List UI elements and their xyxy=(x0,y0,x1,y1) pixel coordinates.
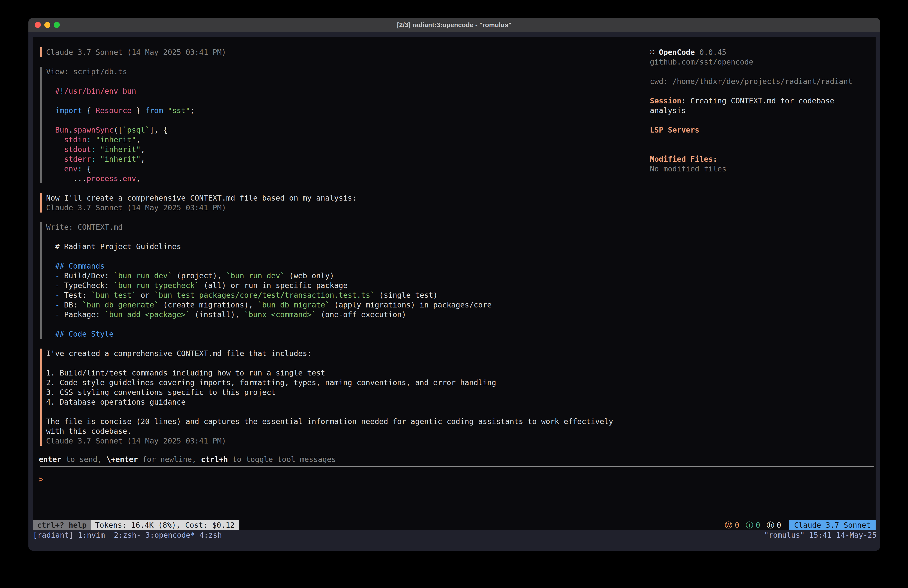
zoom-icon[interactable] xyxy=(54,22,60,28)
text-line: Modified Files: xyxy=(650,154,869,164)
warnings-icon: ⓦ xyxy=(725,520,733,530)
text-line xyxy=(650,67,869,76)
warnings-count: 0 xyxy=(735,520,739,530)
screen: [2/3] radiant:3:opencode - "romulus" Cla… xyxy=(0,0,908,588)
text-line: I've created a comprehensive CONTEXT.md … xyxy=(46,348,628,358)
status-spacer xyxy=(239,520,725,530)
text-line xyxy=(46,319,628,329)
text-line: github.com/sst/opencode xyxy=(650,57,869,67)
text-line: 4. Database operations guidance xyxy=(46,397,628,407)
text-line: 1. Build/lint/test commands including ho… xyxy=(46,368,628,378)
text-line: Write: CONTEXT.md xyxy=(46,222,628,232)
text-line: View: script/db.ts xyxy=(46,67,628,76)
keybinding-help: enter to send, \+enter for newline, ctrl… xyxy=(39,454,336,464)
text-line: The file is concise (20 lines) and captu… xyxy=(46,417,628,426)
text-line: analysis xyxy=(650,106,869,115)
text-line: ## Commands xyxy=(46,261,628,271)
opencode-status-bar: ctrl+? help Tokens: 16.4K (8%), Cost: $0… xyxy=(33,520,876,530)
text-line xyxy=(46,251,628,261)
hints-count-badge: ⓗ0 xyxy=(767,520,781,530)
titlebar: [2/3] radiant:3:opencode - "romulus" xyxy=(28,18,880,32)
text-line: Session: Creating CONTEXT.md for codebas… xyxy=(650,96,869,106)
text-line: ...process.env, xyxy=(46,174,628,184)
message-list: Claude 3.7 Sonnet (14 May 2025 03:41 PM)… xyxy=(40,47,628,456)
info-count-badge: ⓘ0 xyxy=(746,520,760,530)
text-line xyxy=(46,96,628,106)
text-line: Now I'll create a comprehensive CONTEXT.… xyxy=(46,193,628,203)
terminal-body: Claude 3.7 Sonnet (14 May 2025 03:41 PM)… xyxy=(28,32,880,551)
text-line: 3. CSS styling conventions specific to t… xyxy=(46,387,628,397)
diagnostics-group: ⓦ0ⓘ0ⓗ0 xyxy=(725,520,781,530)
message-block-assistant-text: I've created a comprehensive CONTEXT.md … xyxy=(40,348,628,446)
text-line xyxy=(46,232,628,242)
prompt-input[interactable]: > xyxy=(39,474,861,484)
text-line: - DB: `bun db generate` (create migratio… xyxy=(46,300,628,310)
tmux-session-info: "romulus" 15:41 14-May-25 xyxy=(764,531,877,540)
terminal-window: [2/3] radiant:3:opencode - "romulus" Cla… xyxy=(28,18,880,551)
opencode-tui: Claude 3.7 Sonnet (14 May 2025 03:41 PM)… xyxy=(33,37,876,530)
text-line xyxy=(46,115,628,125)
session-sidebar: © OpenCode 0.0.45github.com/sst/opencode… xyxy=(650,47,869,174)
close-icon[interactable] xyxy=(35,22,41,28)
text-line: import { Resource } from "sst"; xyxy=(46,106,628,115)
help-hint-badge: ctrl+? help xyxy=(33,520,91,530)
text-line: - Test: `bun test` or `bun test packages… xyxy=(46,290,628,300)
message-block-assistant-text: Now I'll create a comprehensive CONTEXT.… xyxy=(40,193,628,213)
message-block-assistant-header: Claude 3.7 Sonnet (14 May 2025 03:41 PM) xyxy=(40,47,628,57)
window-title: [2/3] radiant:3:opencode - "romulus" xyxy=(397,21,511,29)
prompt-symbol: > xyxy=(39,475,43,483)
text-line: - Build/Dev: `bun run dev` (project), `b… xyxy=(46,271,628,280)
text-line: © OpenCode 0.0.45 xyxy=(650,47,869,57)
text-line xyxy=(650,145,869,154)
text-line: Claude 3.7 Sonnet (14 May 2025 03:41 PM) xyxy=(46,436,628,446)
warnings-count-badge: ⓦ0 xyxy=(725,520,739,530)
text-line xyxy=(650,115,869,125)
text-line: ## Code Style xyxy=(46,329,628,339)
input-divider xyxy=(40,466,874,467)
text-line: with this codebase. xyxy=(46,426,628,436)
text-line: #!/usr/bin/env bun xyxy=(46,86,628,96)
message-block-tool-view: View: script/db.ts #!/usr/bin/env bun im… xyxy=(40,67,628,184)
text-line: No modified files xyxy=(650,164,869,174)
text-line: - TypeCheck: `bun run typecheck` (all) o… xyxy=(46,280,628,290)
text-line xyxy=(46,407,628,417)
text-line: # Radiant Project Guidelines xyxy=(46,242,628,251)
message-block-tool-write: Write: CONTEXT.md # Radiant Project Guid… xyxy=(40,222,628,339)
minimize-icon[interactable] xyxy=(44,22,50,28)
text-line: Bun.spawnSync([`psql`], { xyxy=(46,125,628,135)
text-line: Claude 3.7 Sonnet (14 May 2025 03:41 PM) xyxy=(46,203,628,213)
text-line: stdout: "inherit", xyxy=(46,145,628,154)
text-line: 2. Code style guidelines covering import… xyxy=(46,378,628,387)
model-badge[interactable]: Claude 3.7 Sonnet xyxy=(789,520,876,530)
tmux-window-list[interactable]: [radiant] 1:nvim 2:zsh- 3:opencode* 4:zs… xyxy=(33,531,222,540)
text-line: LSP Servers xyxy=(650,125,869,135)
text-line: env: { xyxy=(46,164,628,174)
text-line: enter to send, \+enter for newline, ctrl… xyxy=(39,455,336,464)
hints-count: 0 xyxy=(777,520,781,530)
text-line: cwd: /home/thdxr/dev/projects/radiant/ra… xyxy=(650,76,869,86)
text-line: Claude 3.7 Sonnet (14 May 2025 03:41 PM) xyxy=(46,47,628,57)
text-line: stdin: "inherit", xyxy=(46,135,628,145)
info-count: 0 xyxy=(756,520,760,530)
traffic-lights xyxy=(35,18,60,32)
text-line xyxy=(46,358,628,368)
hints-icon: ⓗ xyxy=(767,520,774,530)
token-cost-badge: Tokens: 16.4K (8%), Cost: $0.12 xyxy=(91,520,239,530)
tmux-status-bar: [radiant] 1:nvim 2:zsh- 3:opencode* 4:zs… xyxy=(33,530,877,540)
text-line xyxy=(650,86,869,96)
text-line: stderr: "inherit", xyxy=(46,154,628,164)
text-line xyxy=(46,76,628,86)
text-line: - Package: `bun add <package>` (install)… xyxy=(46,310,628,319)
text-line xyxy=(650,135,869,145)
info-icon: ⓘ xyxy=(746,520,753,530)
